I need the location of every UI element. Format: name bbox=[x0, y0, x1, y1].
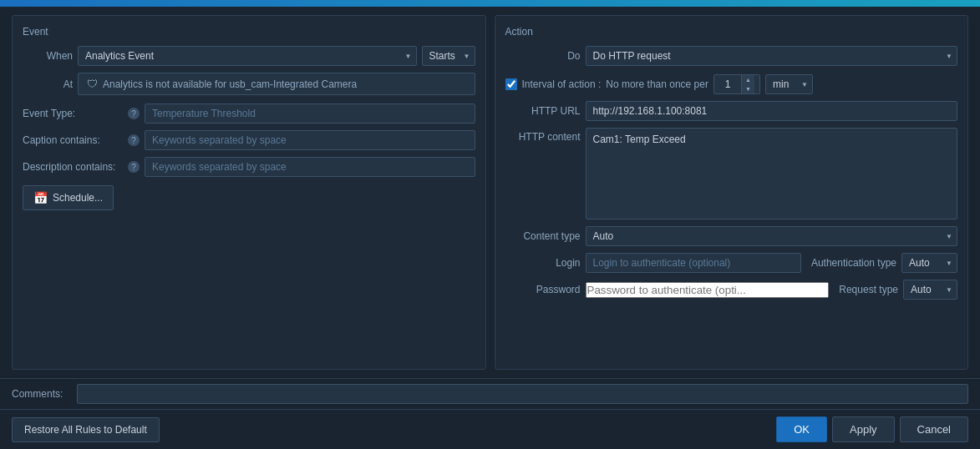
http-content-label: HTTP content bbox=[505, 128, 581, 143]
main-container: Event When Analytics Event Motion Input … bbox=[0, 7, 980, 449]
restore-all-rules-button[interactable]: Restore All Rules to Default bbox=[12, 417, 160, 442]
event-type-row: Event Type: ? bbox=[23, 103, 475, 124]
caption-contains-label: Caption contains: bbox=[23, 134, 123, 146]
spin-up-button[interactable]: ▲ bbox=[742, 75, 754, 84]
description-contains-row: Description contains: ? bbox=[23, 157, 475, 177]
http-content-row: HTTP content Cam1: Temp Exceed bbox=[505, 128, 958, 219]
http-url-label: HTTP URL bbox=[505, 105, 581, 117]
interval-value-input[interactable] bbox=[714, 76, 741, 93]
schedule-button[interactable]: 📅 Schedule... bbox=[23, 185, 114, 210]
when-label: When bbox=[23, 50, 73, 62]
request-type-select-wrapper[interactable]: Auto GET POST bbox=[903, 280, 957, 300]
spin-buttons: ▲ ▼ bbox=[741, 75, 754, 93]
bottom-bar: Restore All Rules to Default OK Apply Ca… bbox=[0, 409, 980, 449]
password-input[interactable] bbox=[586, 282, 830, 298]
event-type-input[interactable] bbox=[145, 103, 475, 124]
action-buttons: OK Apply Cancel bbox=[776, 416, 968, 442]
password-label: Password bbox=[505, 284, 581, 295]
auth-type-select-wrapper[interactable]: Auto Basic Digest bbox=[901, 253, 957, 273]
caption-contains-input[interactable] bbox=[145, 130, 475, 150]
at-label: At bbox=[23, 78, 73, 90]
at-box: 🛡 Analytics is not available for usb_cam… bbox=[78, 73, 475, 95]
at-message: Analytics is not available for usb_cam-I… bbox=[103, 78, 357, 90]
description-help-icon[interactable]: ? bbox=[128, 161, 140, 173]
request-type-select[interactable]: Auto GET POST bbox=[903, 280, 957, 300]
cancel-button[interactable]: Cancel bbox=[900, 416, 968, 442]
starts-select-wrapper[interactable]: Starts Stops bbox=[422, 46, 475, 66]
do-select-wrapper[interactable]: Do HTTP request Send email Write to log bbox=[586, 46, 958, 66]
request-type-label: Request type bbox=[839, 284, 898, 295]
when-select-wrapper[interactable]: Analytics Event Motion Input Signal bbox=[78, 46, 417, 66]
http-url-input[interactable] bbox=[586, 101, 958, 121]
do-label: Do bbox=[505, 50, 581, 62]
interval-label: Interval of action : bbox=[522, 78, 602, 90]
content-type-label: Content type bbox=[505, 230, 581, 242]
comments-input[interactable] bbox=[77, 384, 968, 404]
interval-row: Interval of action : No more than once p… bbox=[505, 74, 958, 94]
http-url-row: HTTP URL bbox=[505, 101, 958, 121]
calendar-icon: 📅 bbox=[33, 191, 48, 204]
description-contains-label: Description contains: bbox=[23, 161, 123, 173]
interval-spinner[interactable]: ▲ ▼ bbox=[713, 74, 760, 94]
when-row: When Analytics Event Motion Input Signal… bbox=[23, 46, 475, 66]
top-progress-bar bbox=[0, 0, 980, 7]
login-input[interactable] bbox=[586, 253, 801, 273]
action-panel: Action Do Do HTTP request Send email Wri… bbox=[495, 15, 969, 370]
event-type-label: Event Type: bbox=[23, 108, 123, 119]
panels-row: Event When Analytics Event Motion Input … bbox=[0, 7, 980, 378]
when-select[interactable]: Analytics Event Motion Input Signal bbox=[78, 46, 417, 66]
content-type-select-wrapper[interactable]: Auto text/plain application/json bbox=[586, 226, 958, 246]
login-row: Login Authentication type Auto Basic Dig… bbox=[505, 253, 958, 273]
at-row: At 🛡 Analytics is not available for usb_… bbox=[23, 73, 475, 95]
spin-down-button[interactable]: ▼ bbox=[742, 84, 754, 93]
auth-type-label: Authentication type bbox=[811, 257, 896, 269]
login-label: Login bbox=[505, 257, 581, 269]
event-type-help-icon[interactable]: ? bbox=[128, 108, 140, 119]
caption-help-icon[interactable]: ? bbox=[128, 134, 140, 146]
interval-note: No more than once per bbox=[606, 78, 708, 90]
ok-button[interactable]: OK bbox=[776, 416, 827, 442]
comments-label: Comments: bbox=[12, 388, 70, 400]
content-type-select[interactable]: Auto text/plain application/json bbox=[586, 226, 958, 246]
schedule-button-label: Schedule... bbox=[53, 192, 103, 204]
content-type-row: Content type Auto text/plain application… bbox=[505, 226, 958, 246]
event-panel: Event When Analytics Event Motion Input … bbox=[12, 15, 486, 370]
shield-icon: 🛡 bbox=[87, 78, 98, 90]
event-section-title: Event bbox=[23, 26, 475, 38]
do-row: Do Do HTTP request Send email Write to l… bbox=[505, 46, 958, 66]
request-type-group: Request type Auto GET POST bbox=[839, 280, 957, 300]
caption-contains-row: Caption contains: ? bbox=[23, 130, 475, 150]
interval-unit-select-wrapper[interactable]: min sec hour bbox=[765, 74, 813, 94]
password-row: Password Request type Auto GET POST bbox=[505, 280, 958, 300]
apply-button[interactable]: Apply bbox=[832, 416, 895, 442]
auth-type-group: Authentication type Auto Basic Digest bbox=[811, 253, 957, 273]
starts-select[interactable]: Starts Stops bbox=[422, 46, 475, 66]
interval-unit-select[interactable]: min sec hour bbox=[765, 74, 813, 94]
comments-row: Comments: bbox=[0, 378, 980, 409]
description-contains-input[interactable] bbox=[145, 157, 475, 177]
auth-type-select[interactable]: Auto Basic Digest bbox=[901, 253, 957, 273]
do-select[interactable]: Do HTTP request Send email Write to log bbox=[586, 46, 958, 66]
action-section-title: Action bbox=[505, 26, 958, 38]
interval-checkbox[interactable] bbox=[505, 78, 517, 90]
http-content-textarea[interactable]: Cam1: Temp Exceed bbox=[586, 128, 958, 219]
